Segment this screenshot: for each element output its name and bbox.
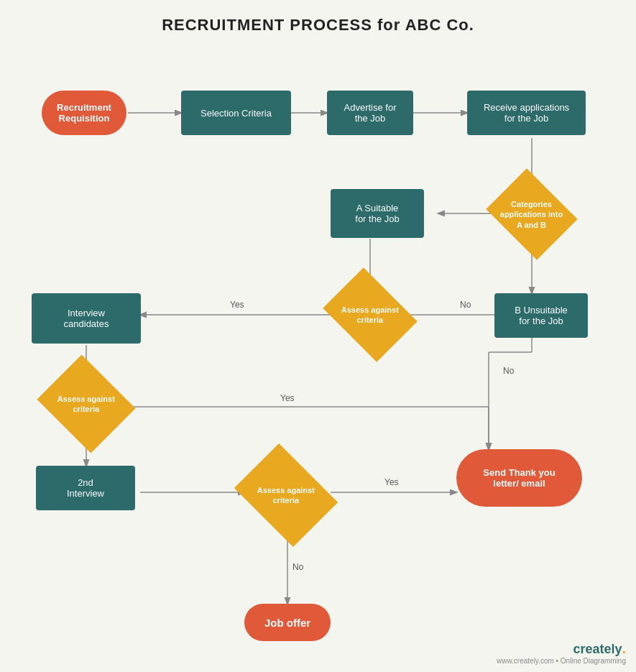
diagram-title: RECRUITMENT PROCESS for ABC Co.	[0, 0, 636, 42]
interview-candidates-node: Interview candidates	[32, 293, 141, 344]
assess-criteria-1-node: Assess against criteria	[332, 286, 408, 344]
svg-text:Yes: Yes	[230, 300, 244, 310]
second-interview-node: 2nd Interview	[36, 466, 135, 510]
svg-text:No: No	[460, 300, 471, 310]
watermark: creately. www.creately.com • Online Diag…	[497, 640, 626, 665]
send-thank-you-node: Send Thank you letter/ email	[456, 449, 582, 507]
categories-applications-node: Categories applications into A and B	[494, 185, 569, 243]
selection-criteria-node: Selection Criteria	[181, 91, 291, 135]
svg-text:No: No	[292, 562, 304, 572]
receive-applications-node: Receive applications for the Job	[467, 91, 586, 135]
recruitment-requisition-node: Recruitment Requisition	[42, 91, 126, 135]
svg-text:Yes: Yes	[280, 393, 295, 403]
job-offer-node: Job offer	[244, 604, 331, 641]
assess-criteria-3-node: Assess against criteria	[244, 464, 328, 527]
unsuitable-job-node: B Unsuitable for the Job	[494, 293, 588, 338]
diagram-container: RECRUITMENT PROCESS for ABC Co. Yes	[0, 0, 636, 672]
assess-criteria-2-node: Assess against criteria	[48, 372, 124, 436]
svg-text:Yes: Yes	[384, 477, 399, 487]
advertise-job-node: Advertise for the Job	[327, 91, 413, 135]
suitable-job-node: A Suitable for the Job	[331, 189, 424, 238]
svg-text:No: No	[503, 366, 515, 376]
